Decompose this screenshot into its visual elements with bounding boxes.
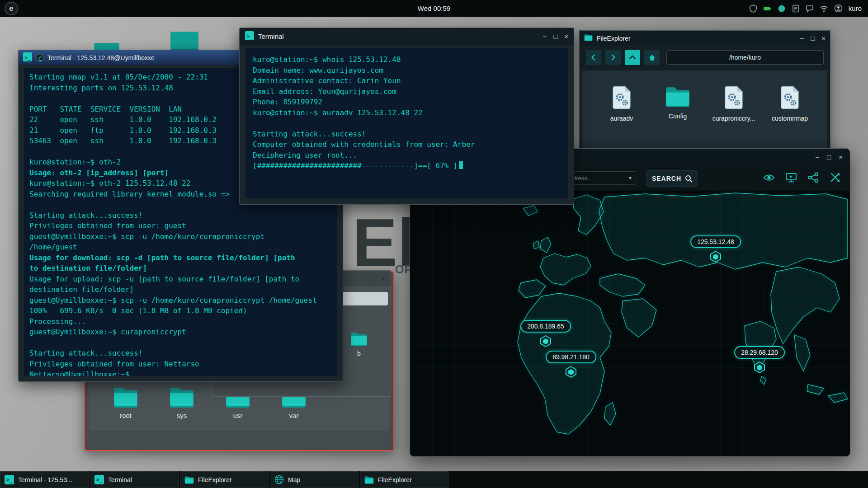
terminal-line: Domain name: www.qurijayos.com xyxy=(253,65,561,76)
terminal-line: Privileges obtained from user: guest xyxy=(29,221,332,231)
forward-button[interactable] xyxy=(605,50,621,65)
chat-icon[interactable] xyxy=(806,5,814,13)
file-item[interactable]: curaproniccry... xyxy=(707,86,760,122)
share-network-icon[interactable] xyxy=(807,172,819,185)
folder-icon xyxy=(350,340,368,347)
terminal-line: /home/guest xyxy=(29,242,332,253)
map-ip-label[interactable]: 28.29.68.120 xyxy=(734,346,785,359)
binary-file-icon xyxy=(707,86,760,111)
path-field[interactable]: /home/kuro xyxy=(666,50,824,65)
file-item-label: Config xyxy=(651,113,704,120)
binary-file-icon xyxy=(595,86,648,111)
maximize-button[interactable]: □ xyxy=(553,33,557,40)
terminal-icon: >_ xyxy=(245,31,254,42)
file-items: auraadvConfigcuraproniccry...customnmap xyxy=(582,70,827,122)
svg-text:>_: >_ xyxy=(6,477,13,483)
ip-address-placeholder: dress... xyxy=(573,175,592,182)
file-item[interactable]: b xyxy=(349,332,369,357)
chevron-down-icon: ▾ xyxy=(629,175,632,181)
terminal-line: Starting attack...success! xyxy=(253,129,561,140)
maximize-button[interactable]: □ xyxy=(371,275,375,282)
up-button[interactable] xyxy=(625,50,640,65)
folder-icon xyxy=(584,34,593,43)
map-ip-label[interactable]: 89.98.21.180 xyxy=(546,351,596,363)
status-circle-icon[interactable] xyxy=(778,5,786,13)
file-item[interactable]: customnmap xyxy=(763,86,816,122)
minimize-button[interactable]: − xyxy=(815,154,819,160)
minimize-button[interactable]: − xyxy=(800,35,804,42)
taskbar-item-fileexplorer[interactable]: FileExplorer xyxy=(180,471,269,488)
terminal-line: Computer obtained with credentials from … xyxy=(253,139,561,150)
window-title: FileExplorer xyxy=(597,35,631,42)
close-button[interactable]: × xyxy=(839,154,843,160)
folder-item-label: sys xyxy=(166,412,198,419)
map-hexagon-marker[interactable] xyxy=(540,335,552,347)
terminal-line: [########################------------]==… xyxy=(253,160,561,171)
terminal-icon: >_ xyxy=(94,475,104,484)
map-hexagon-marker[interactable] xyxy=(565,366,577,378)
terminal-line: Phone: 859199792 xyxy=(253,97,561,108)
map-ip-label[interactable]: 125.53.12.48 xyxy=(690,235,741,248)
local-terminal-window: >_ Terminal − □ × kuro@station:~$ whois … xyxy=(239,28,574,205)
terminal-line: destination file/folder] xyxy=(29,284,332,295)
folder-icon xyxy=(651,86,704,109)
terminal-output[interactable]: kuro@station:~$ whois 125.53.12.48Domain… xyxy=(245,48,568,198)
user-icon[interactable] xyxy=(834,4,843,13)
terminal-line: Nettarso@Uymillboxxe:~$ xyxy=(29,369,332,376)
taskbar-item-label: FileExplorer xyxy=(198,476,232,483)
file-item[interactable]: Config xyxy=(651,86,704,122)
home-button[interactable] xyxy=(644,50,660,65)
taskbar-item-terminal-125-53-[interactable]: >_Terminal - 125.53... xyxy=(0,471,89,488)
folder-item-label: root xyxy=(110,412,142,419)
search-button-label: SEARCH xyxy=(652,175,681,182)
os-logo-icon[interactable]: e xyxy=(5,2,18,15)
map-ip-label[interactable]: 200.8.189.65 xyxy=(520,320,571,333)
svg-text:>_: >_ xyxy=(247,33,253,39)
window-titlebar[interactable]: FileExplorer − □ × xyxy=(580,31,830,46)
folder-item[interactable]: root xyxy=(110,386,142,419)
shield-icon[interactable] xyxy=(749,5,757,13)
folder-item[interactable]: sys xyxy=(166,386,198,419)
taskbar-item-fileexplorer[interactable]: FileExplorer xyxy=(360,471,448,488)
minimize-button[interactable]: − xyxy=(360,275,364,282)
tasklist-icon[interactable] xyxy=(792,5,800,13)
maximize-button[interactable]: □ xyxy=(811,35,815,42)
search-button[interactable]: SEARCH xyxy=(646,170,698,187)
close-button[interactable]: × xyxy=(564,33,568,40)
taskbar-item-map[interactable]: Map xyxy=(270,471,359,488)
terminal-line: 100% 699.6 KB/s 0 sec (1.8 MB of 1.8 MB … xyxy=(29,305,332,316)
window-title: Terminal xyxy=(258,33,284,40)
file-item-label: customnmap xyxy=(763,115,816,122)
minimize-button[interactable]: − xyxy=(542,33,547,40)
file-item[interactable]: auraadv xyxy=(595,86,648,122)
terminal-line xyxy=(253,118,561,129)
terminal-line: Usage for download: scp -d [path to sour… xyxy=(29,253,332,263)
crossed-arrows-icon[interactable] xyxy=(830,172,841,185)
map-hexagon-marker[interactable] xyxy=(754,361,765,374)
logged-in-user[interactable]: kuro xyxy=(849,5,862,12)
window-titlebar[interactable]: >_ Terminal − □ × xyxy=(240,28,574,45)
ip-address-input[interactable]: dress... ▾ xyxy=(568,171,636,185)
folder-icon xyxy=(110,386,142,409)
terminal-line: Starting attack...success! xyxy=(29,210,332,221)
eye-icon[interactable] xyxy=(763,172,775,185)
remote-screen-icon[interactable] xyxy=(785,172,797,185)
terminal-cursor xyxy=(459,161,463,169)
taskbar: >_Terminal - 125.53...>_TerminalFileExpl… xyxy=(0,471,868,488)
world-map-svg xyxy=(410,190,850,456)
globe-icon xyxy=(274,475,284,484)
wifi-icon[interactable] xyxy=(820,5,828,13)
close-button[interactable]: × xyxy=(821,35,826,42)
terminal-line: Administrative contact: Carin Youn xyxy=(253,75,561,86)
system-tray: kuro xyxy=(749,4,868,13)
map-hexagon-marker[interactable] xyxy=(710,250,722,263)
taskbar-item-terminal[interactable]: >_Terminal xyxy=(90,471,179,488)
os-logo-letter: e xyxy=(9,5,14,13)
terminal-line xyxy=(29,338,332,348)
maximize-button[interactable]: □ xyxy=(827,154,831,160)
world-map[interactable]: 125.53.12.48200.8.189.6589.98.21.18028.2… xyxy=(410,190,850,456)
battery-icon[interactable] xyxy=(763,5,772,13)
back-button[interactable] xyxy=(586,50,601,65)
binary-file-icon xyxy=(763,86,816,111)
close-button[interactable]: × xyxy=(381,275,385,282)
